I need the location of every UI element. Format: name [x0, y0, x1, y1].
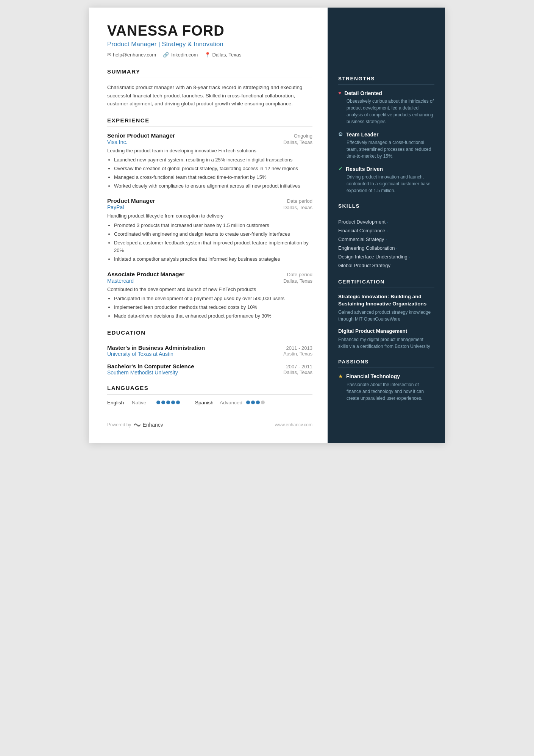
- edu-item-smu: Bachelor's in Computer Science 2007 - 20…: [107, 363, 312, 376]
- lang-dots-english: [156, 401, 180, 404]
- passion-name-1: Financial Technology: [346, 373, 400, 379]
- dot: [156, 401, 160, 404]
- strength-name-2: Team Leader: [346, 131, 378, 138]
- job-location-paypal: Dallas, Texas: [283, 205, 312, 210]
- header: VANESSA FORD Product Manager | Strategy …: [107, 23, 312, 58]
- lang-name-spanish: Spanish: [195, 400, 216, 405]
- linkedin-contact: 🔗 linkedin.com: [163, 52, 198, 58]
- strengths-divider: [338, 85, 434, 85]
- bullet: Implemented lean production methods that…: [114, 304, 312, 311]
- strength-header-1: ♥ Detail Oriented: [338, 90, 434, 96]
- resume-wrapper: VANESSA FORD Product Manager | Strategy …: [89, 8, 445, 443]
- experience-divider: [107, 127, 312, 127]
- certification-divider: [338, 288, 434, 288]
- cert-name-2: Digital Product Management: [338, 328, 434, 335]
- passion-desc-1: Passionate about the intersection of fin…: [338, 381, 434, 402]
- passions-section-title: PASSIONS: [338, 359, 434, 365]
- edu-years-ut: 2011 - 2013: [286, 345, 312, 351]
- location-icon: 📍: [205, 52, 211, 58]
- job-company-mastercard: Mastercard: [107, 278, 134, 284]
- bullet: Oversaw the creation of global product s…: [114, 165, 312, 173]
- check-icon: ✔: [338, 166, 343, 172]
- left-column: VANESSA FORD Product Manager | Strategy …: [89, 8, 328, 443]
- job-bullets-paypal: Promoted 3 products that increased user …: [107, 222, 312, 263]
- footer-left: Powered by Enhancv: [107, 422, 163, 428]
- bullet: Initiated a competitor analysis practice…: [114, 255, 312, 263]
- edu-degree-smu: Bachelor's in Computer Science: [107, 363, 194, 369]
- job-date-mastercard: Date period: [287, 272, 312, 277]
- job-company-visa: Visa Inc.: [107, 139, 127, 145]
- right-column: STRENGTHS ♥ Detail Oriented Obsessively …: [328, 8, 445, 443]
- strength-header-2: ⚙ Team Leader: [338, 131, 434, 138]
- contact-info: ✉ help@enhancv.com 🔗 linkedin.com 📍 Dall…: [107, 52, 312, 58]
- dot: [161, 401, 165, 404]
- enhancv-logo: Enhancv: [133, 422, 163, 428]
- skills-divider: [338, 212, 434, 212]
- edu-header-smu: Bachelor's in Computer Science 2007 - 20…: [107, 363, 312, 369]
- job-item-visa: Senior Product Manager Ongoing Visa Inc.…: [107, 132, 312, 190]
- job-company-row-mastercard: Mastercard Dallas, Texas: [107, 278, 312, 284]
- cert-item-1: Strategic Innovation: Building and Susta…: [338, 293, 434, 322]
- certification-section-title: CERTIFICATION: [338, 279, 434, 285]
- passions-divider: [338, 368, 434, 368]
- strength-detail-oriented: ♥ Detail Oriented Obsessively curious ab…: [338, 90, 434, 125]
- edu-location-smu: Dallas, Texas: [283, 369, 312, 376]
- bullet: Managed a cross-functional team that red…: [114, 174, 312, 182]
- edu-degree-ut: Master's in Business Administration: [107, 344, 205, 351]
- dot: [171, 401, 175, 404]
- edu-school-row-ut: University of Texas at Austin Austin, Te…: [107, 351, 312, 357]
- cert-desc-1: Gained advanced product strategy knowled…: [338, 309, 434, 322]
- job-header-mastercard: Associate Product Manager Date period: [107, 271, 312, 278]
- skill-item-6: Global Product Strategy: [338, 261, 434, 270]
- passion-header-1: ★ Financial Technology: [338, 373, 434, 380]
- strength-desc-2: Effectively managed a cross-functional t…: [338, 139, 434, 160]
- job-item-paypal: Product Manager Date period PayPal Dalla…: [107, 197, 312, 263]
- job-bullets-visa: Launched new payment system, resulting i…: [107, 156, 312, 190]
- tools-icon: ⚙: [338, 131, 343, 138]
- job-header-visa: Senior Product Manager Ongoing: [107, 132, 312, 139]
- bullet: Launched new payment system, resulting i…: [114, 156, 312, 164]
- linkedin-icon: 🔗: [163, 52, 169, 58]
- job-role-paypal: Product Manager: [107, 197, 155, 204]
- skill-item-5: Design Interface Understanding ·: [338, 252, 434, 261]
- cert-desc-2: Enhanced my digital product management s…: [338, 336, 434, 350]
- job-desc-mastercard: Contributed to the development and launc…: [107, 286, 312, 293]
- dot: [166, 401, 170, 404]
- job-company-row-paypal: PayPal Dallas, Texas: [107, 204, 312, 210]
- email-icon: ✉: [107, 52, 111, 58]
- powered-by-text: Powered by: [107, 422, 131, 427]
- strength-desc-1: Obsessively curious about the intricacie…: [338, 98, 434, 125]
- job-desc-paypal: Handling product lifecycle from concepti…: [107, 212, 312, 220]
- job-location-mastercard: Dallas, Texas: [283, 278, 312, 284]
- strength-desc-3: Driving product innovation and launch, c…: [338, 174, 434, 194]
- job-bullets-mastercard: Participated in the development of a pay…: [107, 295, 312, 320]
- lang-dots-spanish: [246, 401, 265, 404]
- job-item-mastercard: Associate Product Manager Date period Ma…: [107, 271, 312, 320]
- experience-section-title: EXPERIENCE: [107, 117, 312, 124]
- skill-item-2: Financial Compliance ·: [338, 226, 434, 235]
- skill-item-4: Engineering Collaboration ·: [338, 244, 434, 252]
- footer: Powered by Enhancv www.enhancv.com: [107, 417, 312, 428]
- star-icon: ★: [338, 373, 343, 380]
- edu-location-ut: Austin, Texas: [283, 351, 312, 357]
- strengths-section-title: STRENGTHS: [338, 76, 434, 81]
- edu-header-ut: Master's in Business Administration 2011…: [107, 344, 312, 351]
- languages-row: English Native Spanish Advanced: [107, 400, 312, 405]
- bullet: Worked closely with compliance to ensure…: [114, 182, 312, 190]
- job-date-paypal: Date period: [287, 198, 312, 204]
- dot: [176, 401, 180, 404]
- heart-icon: ♥: [338, 90, 341, 96]
- education-divider: [107, 339, 312, 339]
- summary-text: Charismatic product manager with an 8-ye…: [107, 83, 312, 108]
- dot-empty: [261, 401, 265, 404]
- edu-school-smu: Southern Methodist University: [107, 369, 178, 376]
- strength-team-leader: ⚙ Team Leader Effectively managed a cros…: [338, 131, 434, 160]
- edu-item-ut: Master's in Business Administration 2011…: [107, 344, 312, 357]
- passion-fintech: ★ Financial Technology Passionate about …: [338, 373, 434, 402]
- job-company-paypal: PayPal: [107, 204, 124, 210]
- logo-icon: [133, 422, 141, 427]
- language-english: English Native: [107, 400, 180, 405]
- bullet: Developed a customer feedback system tha…: [114, 239, 312, 255]
- location-contact: 📍 Dallas, Texas: [205, 52, 241, 58]
- cert-item-2: Digital Product Management Enhanced my d…: [338, 328, 434, 350]
